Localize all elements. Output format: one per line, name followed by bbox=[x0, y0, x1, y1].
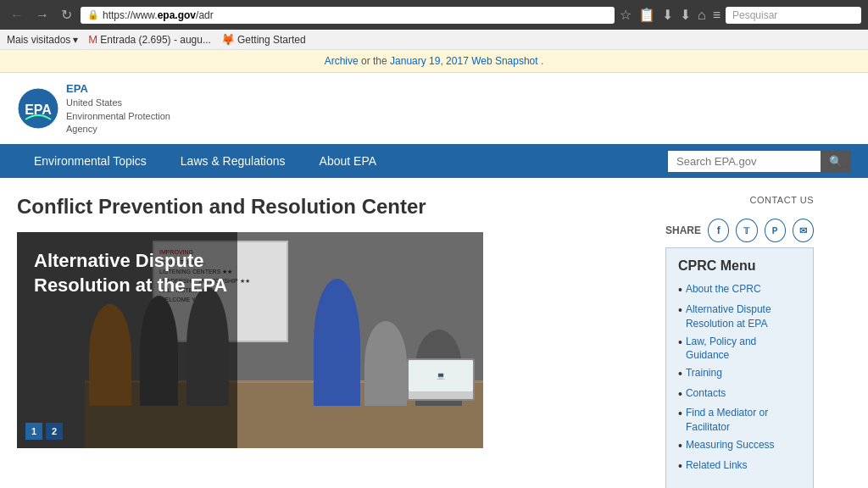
cprc-link-adr[interactable]: Alternative Dispute Resolution at EPA bbox=[686, 302, 801, 331]
bookmarks-most-visited[interactable]: Mais visitados ▾ bbox=[7, 34, 78, 46]
back-button[interactable]: ← bbox=[7, 6, 27, 25]
browser-chrome: ← → ↻ 🔒 https://www.epa.gov/adr ☆ 📋 ⬇ ⬇ … bbox=[0, 0, 868, 30]
nav-item-laws-regulations[interactable]: Laws & Regulations bbox=[164, 144, 303, 178]
content-area: Conflict Prevention and Resolution Cente… bbox=[0, 178, 831, 488]
slide-dot-2[interactable]: 2 bbox=[46, 423, 63, 440]
epa-logo-svg: EPA bbox=[17, 87, 59, 130]
nav-items: Environmental Topics Laws & Regulations … bbox=[17, 144, 668, 178]
cprc-menu-item-related: Related Links bbox=[678, 458, 801, 475]
archive-banner: Archive or the January 19, 2017 Web Snap… bbox=[0, 50, 868, 73]
home-icon[interactable]: ⌂ bbox=[698, 8, 706, 23]
cprc-menu-title: CPRC Menu bbox=[678, 258, 801, 274]
sidebar: CONTACT US SHARE f 𝕋 P ✉ CPRC Menu About… bbox=[665, 195, 814, 488]
slide-dot-1[interactable]: 1 bbox=[25, 423, 42, 440]
cprc-link-about[interactable]: About the CPRC bbox=[686, 282, 761, 297]
cprc-link-training[interactable]: Training bbox=[686, 366, 722, 380]
cprc-link-law[interactable]: Law, Policy and Guidance bbox=[686, 335, 801, 363]
site-header: EPA EPA United States Environmental Prot… bbox=[0, 73, 868, 144]
nav-search-input[interactable] bbox=[668, 151, 821, 172]
nav-item-about-epa[interactable]: About EPA bbox=[303, 144, 393, 178]
cprc-menu-item-adr: Alternative Dispute Resolution at EPA bbox=[678, 302, 801, 331]
browser-search-bar[interactable]: Pesquisar bbox=[726, 7, 861, 24]
cprc-menu-item-measuring: Measuring Success bbox=[678, 438, 801, 455]
cprc-menu-box: CPRC Menu About the CPRC Alternative Dis… bbox=[665, 247, 814, 488]
slide-indicators: 1 2 bbox=[25, 423, 63, 440]
pocket-icon[interactable]: ⬇ bbox=[662, 7, 673, 23]
reload-button[interactable]: ↻ bbox=[58, 5, 75, 25]
cprc-link-measuring[interactable]: Measuring Success bbox=[686, 438, 775, 452]
laptop: 💻 bbox=[407, 358, 475, 401]
person-4 bbox=[314, 279, 360, 406]
archive-link[interactable]: Archive bbox=[325, 55, 359, 67]
share-facebook-button[interactable]: f bbox=[708, 219, 729, 242]
epa-logo-text: EPA United States Environmental Protecti… bbox=[66, 81, 170, 136]
gmail-icon: M bbox=[88, 33, 97, 46]
image-banner: IMPROVING TOMBSTONES... LISTENING CENTER… bbox=[17, 232, 483, 448]
share-label: SHARE bbox=[665, 225, 701, 236]
url-text: https://www.epa.gov/adr bbox=[103, 9, 608, 21]
epa-logo[interactable]: EPA EPA United States Environmental Prot… bbox=[17, 81, 170, 136]
reading-mode-icon[interactable]: 📋 bbox=[638, 7, 655, 23]
bookmarks-bar: Mais visitados ▾ M Entrada (2.695) - aug… bbox=[0, 30, 868, 50]
cprc-menu-item-law: Law, Policy and Guidance bbox=[678, 335, 801, 363]
page-title: Conflict Prevention and Resolution Cente… bbox=[17, 195, 648, 219]
cprc-link-related[interactable]: Related Links bbox=[686, 458, 748, 473]
share-email-button[interactable]: ✉ bbox=[793, 219, 814, 242]
nav-search: 🔍 bbox=[668, 150, 851, 173]
forward-button[interactable]: → bbox=[32, 6, 53, 25]
cprc-link-mediator[interactable]: Find a Mediator or Facilitator bbox=[686, 406, 801, 435]
nav-item-environmental-topics[interactable]: Environmental Topics bbox=[17, 144, 164, 178]
cprc-menu-item-about: About the CPRC bbox=[678, 282, 801, 299]
snapshot-link[interactable]: January 19, 2017 Web Snapshot bbox=[390, 55, 538, 67]
firefox-icon: 🦊 bbox=[221, 33, 235, 46]
cprc-menu-item-contacts: Contacts bbox=[678, 386, 801, 403]
menu-icon[interactable]: ≡ bbox=[713, 8, 721, 23]
search-placeholder-text: Pesquisar bbox=[732, 9, 777, 21]
address-bar[interactable]: 🔒 https://www.epa.gov/adr bbox=[81, 7, 615, 24]
main-nav: Environmental Topics Laws & Regulations … bbox=[0, 144, 868, 178]
cprc-link-contacts[interactable]: Contacts bbox=[686, 386, 726, 401]
cprc-menu-item-training: Training bbox=[678, 366, 801, 383]
contact-us-label: CONTACT US bbox=[665, 195, 814, 205]
browser-actions: ☆ 📋 ⬇ ⬇ ⌂ ≡ bbox=[620, 7, 721, 23]
nav-search-button[interactable]: 🔍 bbox=[821, 150, 851, 173]
share-pinterest-button[interactable]: P bbox=[765, 219, 786, 242]
person-5 bbox=[364, 321, 407, 406]
share-section: SHARE f 𝕋 P ✉ bbox=[665, 219, 814, 242]
bookmark-email[interactable]: M Entrada (2.695) - augu... bbox=[88, 33, 211, 46]
download-icon[interactable]: ⬇ bbox=[680, 7, 691, 23]
lock-icon: 🔒 bbox=[87, 9, 99, 20]
main-content: Conflict Prevention and Resolution Cente… bbox=[17, 195, 648, 488]
cprc-menu-item-mediator: Find a Mediator or Facilitator bbox=[678, 406, 801, 435]
cprc-menu-list: About the CPRC Alternative Dispute Resol… bbox=[678, 282, 801, 474]
banner-overlay-text: Alternative Dispute Resolution at the EP… bbox=[34, 249, 227, 297]
share-twitter-button[interactable]: 𝕋 bbox=[736, 219, 757, 242]
bookmark-getting-started[interactable]: 🦊 Getting Started bbox=[221, 33, 306, 46]
bookmark-star-icon[interactable]: ☆ bbox=[620, 7, 632, 23]
